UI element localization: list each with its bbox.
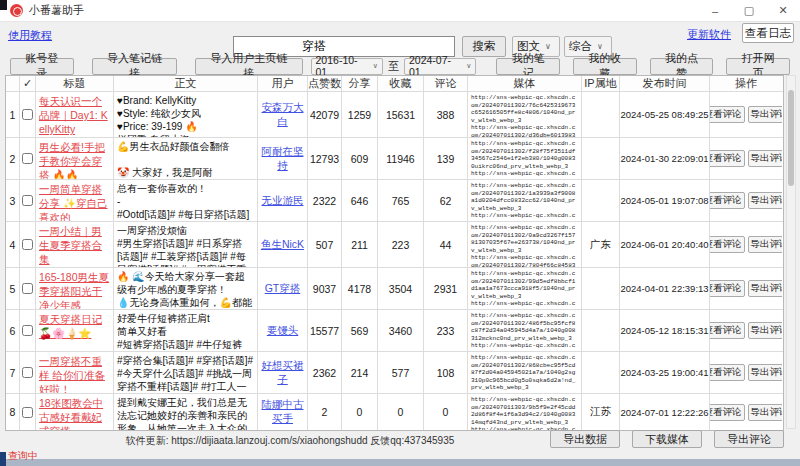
- view-log-button[interactable]: 查看日志: [742, 23, 794, 43]
- publish-time: 2024-06-01 20:40:40: [620, 222, 710, 267]
- tutorial-link[interactable]: 使用教程: [8, 28, 52, 43]
- row-checkbox[interactable]: [22, 283, 33, 294]
- note-title-link[interactable]: 165-180男生夏季穿搭阳光干净少年感: [39, 270, 110, 309]
- header-ops: 操作: [710, 76, 782, 91]
- export-data-button[interactable]: 导出数据: [550, 430, 620, 448]
- my-notes-button[interactable]: 我的笔记: [496, 58, 560, 75]
- account-login-button[interactable]: 账号登录: [10, 58, 74, 75]
- row-checkbox[interactable]: [22, 153, 33, 164]
- view-comments-button[interactable]: 查看评论: [710, 192, 745, 209]
- export-comments-button[interactable]: 导出评论: [748, 404, 783, 421]
- close-button[interactable]: ✕: [766, 0, 800, 22]
- view-comments-button[interactable]: 查看评论: [710, 236, 745, 253]
- note-title-link[interactable]: 夏天穿搭日记🍒🌸🍦⭐: [39, 312, 110, 340]
- publish-time: 2024-07-01 12:22:26: [620, 394, 710, 430]
- software-update-info: 软件更新: https://dijiaata.lanzouj.com/s/xia…: [0, 434, 580, 448]
- search-button[interactable]: 搜索: [462, 36, 506, 57]
- minimize-button[interactable]: –: [698, 0, 732, 22]
- user-link[interactable]: GT穿搭: [265, 282, 301, 296]
- export-comments-button[interactable]: 导出评论: [748, 364, 783, 381]
- note-body-cell: ♥Brand: KellyKitty ♥Style: 纯欲少女风 ♥Price:…: [114, 92, 258, 137]
- comments-count: 44: [424, 222, 468, 267]
- row-checkbox[interactable]: [22, 195, 33, 206]
- note-title-link[interactable]: 男生必看!手把手教你学会穿搭 🔥🔥: [39, 140, 110, 179]
- import-user-home-links-button[interactable]: 导入用户主页链接: [195, 58, 302, 75]
- row-checkbox-cell: [20, 222, 36, 267]
- note-title-link[interactable]: 18张图教会中古感好看戴妃式穿搭: [39, 396, 110, 430]
- view-comments-button[interactable]: 查看评论: [710, 106, 745, 123]
- media-cell: http://sns-webpic-qc.xhscdn.com/20240701…: [468, 310, 582, 351]
- row-index: 4: [6, 222, 20, 267]
- user-link[interactable]: 好想买裙子: [258, 359, 307, 387]
- note-title-link[interactable]: 一周穿搭不重样 给你们准备好啦！: [39, 354, 110, 393]
- export-comments-button[interactable]: 导出评论: [748, 106, 783, 123]
- user-link[interactable]: 陆娜中古买手: [258, 398, 307, 426]
- view-comments-button[interactable]: 查看评论: [710, 322, 745, 339]
- header-comments: 评论: [424, 76, 468, 91]
- vertical-scrollbar[interactable]: [786, 75, 796, 429]
- date-to-select[interactable]: 2024-07-01 ∨: [404, 58, 476, 75]
- user-link[interactable]: 要馒头: [267, 324, 299, 338]
- window-title: 小番薯助手: [29, 3, 84, 18]
- publish-time: 2024-05-12 18:15:31: [620, 310, 710, 351]
- download-media-button[interactable]: 下载媒体: [632, 430, 702, 448]
- desktop-artifact-top-left: [0, 0, 7, 10]
- import-note-links-button[interactable]: 导入笔记链接: [92, 58, 178, 75]
- likes-count: 507: [308, 222, 342, 267]
- note-body-text: 💪男生衣品好颜值会翻倍 🤡 大家好，我是阿耐 🙆 今天给大家分享如何学会穿搭和买…: [117, 140, 254, 179]
- ip-location: [582, 352, 620, 393]
- ip-location: 广东: [582, 222, 620, 267]
- row-checkbox[interactable]: [22, 239, 33, 250]
- update-software-link[interactable]: 更新软件: [687, 27, 731, 42]
- row-index: 2: [6, 138, 20, 179]
- media-cell: http://sns-webpic-qc.xhscdn.com/20240701…: [468, 180, 582, 221]
- media-urls: http://sns-webpic-qc.xhscdn.com/20240701…: [471, 354, 578, 393]
- note-body-cell: #穿搭合集[话题]# #穿搭[话题]# #今天穿什么[话题]# #挑战一周穿搭不…: [114, 352, 258, 393]
- row-ops-cell: 查看评论 导出评论: [710, 222, 782, 267]
- user-link[interactable]: 阿耐在坚持: [258, 145, 307, 173]
- shares-count: 569: [342, 310, 378, 351]
- my-likes-button[interactable]: 我的点赞: [650, 58, 714, 75]
- note-title-link[interactable]: 一周小结｜男生夏季穿搭合集: [39, 224, 110, 267]
- row-checkbox[interactable]: [22, 325, 33, 336]
- note-title-link[interactable]: 每天认识一个品牌｜Day1: KellyKitty: [39, 94, 110, 137]
- media-urls: http://sns-webpic-qc.xhscdn.com/20240701…: [471, 312, 578, 351]
- open-webpage-button[interactable]: 打开网页: [726, 58, 790, 75]
- shares-count: 4178: [342, 268, 378, 309]
- export-comments-button[interactable]: 导出评论: [748, 236, 783, 253]
- results-table: ✓ 标题 正文 用户 点赞数 分享 收藏 评论 媒体 IP属地 发布时间 操作 …: [5, 75, 784, 431]
- note-title-link[interactable]: 一周简单穿搭分享 ✨穿自己喜欢的: [39, 182, 110, 221]
- export-comments-button[interactable]: 导出评论: [748, 192, 783, 209]
- export-comments-button[interactable]: 导出评论: [748, 280, 783, 297]
- window-controls: – ▢ ✕: [698, 0, 800, 22]
- row-checkbox[interactable]: [22, 367, 33, 378]
- shares-count: 0: [342, 394, 378, 430]
- view-comments-button[interactable]: 查看评论: [710, 280, 745, 297]
- date-from-select[interactable]: 2016-10-01 ∨: [311, 58, 383, 75]
- note-body-text: 🔥 🌊今天给大家分享一套超级有少年感的夏季穿搭！ 💧无论身高体重如何，💪都能轻松…: [117, 270, 254, 309]
- note-title-cell: 一周小结｜男生夏季穿搭合集: [36, 222, 114, 267]
- note-body-text: #穿搭合集[话题]# #穿搭[话题]# #今天穿什么[话题]# #挑战一周穿搭不…: [117, 354, 254, 393]
- my-favorites-button[interactable]: 我的收藏: [573, 58, 637, 75]
- row-checkbox[interactable]: [22, 407, 33, 418]
- row-checkbox-cell: [20, 92, 36, 137]
- user-link[interactable]: 安森万大白: [258, 101, 307, 129]
- header-checkbox[interactable]: ✓: [20, 76, 36, 91]
- desktop-artifact-bottom-left: [0, 452, 6, 466]
- export-comments-button[interactable]: 导出评论: [748, 150, 783, 167]
- view-comments-button[interactable]: 查看评论: [710, 404, 745, 421]
- row-checkbox[interactable]: [22, 109, 33, 120]
- export-comments-footer-button[interactable]: 导出评论: [714, 430, 784, 448]
- export-comments-button[interactable]: 导出评论: [748, 322, 783, 339]
- view-comments-button[interactable]: 查看评论: [710, 364, 745, 381]
- publish-time: 2024-05-25 08:49:25: [620, 92, 710, 137]
- likes-count: 2322: [308, 180, 342, 221]
- maximize-button[interactable]: ▢: [732, 0, 766, 22]
- table-row: 1 每天认识一个品牌｜Day1: KellyKitty ♥Brand: Kell…: [6, 92, 783, 138]
- scrollbar-thumb[interactable]: [788, 90, 794, 186]
- view-comments-button[interactable]: 查看评论: [710, 150, 745, 167]
- user-link[interactable]: 鱼生NicK: [261, 238, 304, 252]
- shares-count: 609: [342, 138, 378, 179]
- row-checkbox-cell: [20, 394, 36, 430]
- user-link[interactable]: 无业游民: [262, 194, 304, 208]
